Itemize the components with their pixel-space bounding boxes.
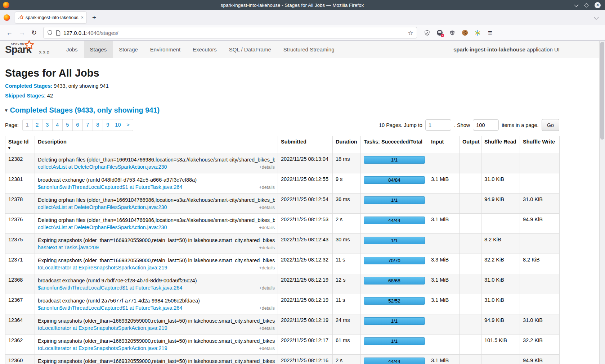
stage-callsite-link[interactable]: toLocalIterator at ExpireSnapshotsSparkA… [38,325,167,332]
spark-logo[interactable]: APACHE Spark [5,41,38,58]
page-button-7[interactable]: 7 [83,119,93,131]
stage-id-cell: 12367 [5,294,35,314]
extension-asterisk-icon[interactable] [475,30,481,36]
page-button-4[interactable]: 4 [53,119,63,131]
close-icon[interactable]: × [595,2,601,8]
header-input[interactable]: Input [428,136,460,153]
table-row: 12371 Expiring snapshots (older_than=166… [5,254,560,274]
details-toggle[interactable]: +details [259,225,275,230]
spark-star-icon [24,40,35,51]
stage-id-cell: 12375 [5,234,35,254]
maximize-icon[interactable] [584,3,589,8]
tab-bar: spark-ingest-into-lakehous × + [0,10,605,25]
show-count-input[interactable] [473,119,499,131]
page-button-1[interactable]: 1 [22,119,32,131]
page-button-8[interactable]: 8 [93,119,103,131]
details-toggle[interactable]: +details [259,346,275,351]
page-button-9[interactable]: 9 [103,119,113,131]
duration-cell: 2 s [333,214,361,234]
page-button-5[interactable]: 5 [63,119,73,131]
input-cell [428,194,460,214]
stage-callsite-link[interactable]: toLocalIterator at ExpireSnapshotsSparkA… [38,264,167,271]
stage-callsite-link[interactable]: toLocalIterator at ExpireSnapshotsSparkA… [38,345,167,352]
tasks-progress-bar: 52/52 [364,297,425,305]
page-button-3[interactable]: 3 [42,119,53,131]
skipped-stages-link[interactable]: Skipped Stages: [5,93,46,99]
details-toggle[interactable]: +details [259,306,275,311]
header-shuffle-read[interactable]: Shuffle Read [481,136,520,153]
back-icon[interactable]: ← [6,29,13,37]
table-row: 12382 Deleting orphan files (older_than=… [5,153,560,173]
stage-callsite-link[interactable]: collectAsList at DeleteOrphanFilesSparkA… [38,164,167,170]
details-toggle[interactable]: +details [259,265,275,270]
firefox-pin-icon[interactable] [4,14,10,21]
page-button-10[interactable]: 10 [113,119,123,131]
tasks-progress-bar: 1/1 [364,156,425,164]
extension-ublock-icon[interactable] [449,30,455,36]
reload-icon[interactable]: ↻ [31,29,37,37]
tracking-shield-icon[interactable] [47,30,53,36]
details-toggle[interactable]: +details [259,185,275,190]
nav-item-stages[interactable]: Stages [84,41,113,58]
tab-favicon-spark-icon [18,15,23,20]
stage-description: broadcast exchange (runId 97bdf70e-2f28-… [38,277,275,284]
page-info-icon[interactable] [56,30,60,36]
details-toggle[interactable]: +details [259,245,275,250]
tasks-progress-bar: 1/1 [364,337,425,345]
nav-item-environment[interactable]: Environment [144,41,187,58]
stage-description: Deleting orphan files (older_than=166910… [38,196,275,204]
header-description[interactable]: Description [35,136,278,153]
page-button-next[interactable]: > [123,119,133,131]
stage-callsite-link[interactable]: $anonfun$withThreadLocalCaptured$1 at Fu… [38,285,182,291]
submitted-cell: 2022/11/25 08:12:19 [278,294,333,314]
details-toggle[interactable]: +details [259,205,275,210]
url-bar[interactable]: 127.0.0.1:4040/stages/ ☆ [43,27,417,38]
stage-callsite-link[interactable]: $anonfun$withThreadLocalCaptured$1 at Fu… [38,184,182,191]
stage-callsite-link[interactable]: $anonfun$withThreadLocalCaptured$1 at Fu… [38,305,182,311]
tasks-progress-text: 44/44 [388,359,400,364]
shuffle-read-cell: 31.0 KiB [481,274,520,294]
go-button[interactable]: Go [542,119,559,131]
details-toggle[interactable]: +details [259,165,275,170]
tab-list-chevron-icon[interactable] [594,15,599,20]
bookmark-star-icon[interactable]: ☆ [408,29,413,36]
pagination-buttons: 12345678910> [22,119,133,131]
stage-callsite-link[interactable]: collectAsList at DeleteOrphanFilesSparkA… [38,224,167,231]
header-duration[interactable]: Duration [333,136,361,153]
extension-shield-check-icon[interactable] [424,30,430,36]
header-tasks[interactable]: Tasks: Succeeded/Total [361,136,428,153]
jump-to-input[interactable] [425,119,451,131]
stage-callsite-link[interactable]: collectAsList at DeleteOrphanFilesSparkA… [38,204,167,211]
browser-tab[interactable]: spark-ingest-into-lakehous × [15,12,86,23]
extension-mask-icon[interactable] [437,30,443,36]
nav-item-jobs[interactable]: Jobs [60,41,84,58]
tasks-progress-text: 84/84 [388,177,400,183]
header-submitted[interactable]: Submitted [278,136,333,153]
shuffle-read-cell: 31.0 KiB [481,294,520,314]
tasks-progress-text: 1/1 [391,238,398,243]
completed-stages-section-header[interactable]: ▾ Completed Stages (9433, only showing 9… [5,106,559,114]
extension-cookie-icon[interactable] [462,30,468,36]
nav-item-storage[interactable]: Storage [113,41,144,58]
url-host: 127.0.0.1 [63,30,86,36]
scrollbar-thumb[interactable] [600,42,604,140]
forward-icon[interactable]: → [19,29,25,37]
input-cell: 3.3 MiB [428,254,460,274]
header-stage-id[interactable]: Stage Id ▾ [5,136,35,153]
new-tab-button[interactable]: + [92,14,96,22]
completed-stages-link[interactable]: Completed Stages: [5,83,52,89]
header-shuffle-write[interactable]: Shuffle Write [520,136,560,153]
tab-close-icon[interactable]: × [81,15,84,20]
page-button-2[interactable]: 2 [32,119,42,131]
page-button-6[interactable]: 6 [73,119,83,131]
details-toggle[interactable]: +details [259,326,275,331]
header-output[interactable]: Output [460,136,481,153]
nav-item-executors[interactable]: Executors [187,41,223,58]
stage-callsite-link[interactable]: hasNext at Tasks.java:209 [38,244,99,251]
stage-id-cell: 12382 [5,153,35,173]
menu-icon[interactable]: ≡ [488,29,492,37]
details-toggle[interactable]: +details [259,286,275,291]
nav-item-sql-dataframe[interactable]: SQL / DataFrame [223,41,277,58]
nav-item-structured-streaming[interactable]: Structured Streaming [277,41,341,58]
scrollbar[interactable] [599,41,605,364]
